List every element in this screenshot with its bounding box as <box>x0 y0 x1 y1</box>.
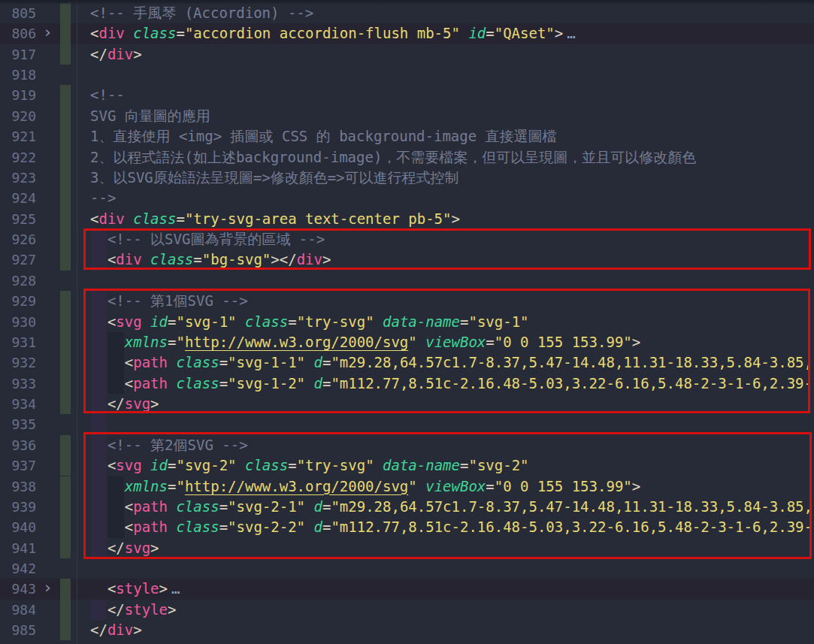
code-line[interactable]: 931 xmlns="http://www.w3.org/2000/svg" v… <box>0 332 814 352</box>
code-line[interactable]: 917</div> <box>0 44 814 65</box>
line-number[interactable]: 919 <box>0 85 36 105</box>
code-token: = <box>322 354 331 370</box>
code-token <box>90 478 125 494</box>
line-number[interactable]: 985 <box>0 620 36 640</box>
code-line[interactable]: 935 <box>0 414 814 434</box>
code-token: 1、直接使用 <img> 插圖或 CSS 的 background-image … <box>90 128 557 144</box>
code-token: < <box>90 25 98 41</box>
code-line[interactable]: 927 <div class="bg-svg"></div> <box>0 249 814 270</box>
code-token: "svg-1-1" <box>228 354 305 370</box>
line-number[interactable]: 984 <box>0 600 36 620</box>
code-line[interactable]: 939 <path class="svg-2-1" d="m29.28,64.5… <box>0 497 814 517</box>
code-token: svg <box>116 457 141 473</box>
code-line[interactable]: 926 <!-- 以SVG圖為背景的區域 --> <box>0 229 814 249</box>
code-line[interactable]: 934 </svg> <box>0 394 814 414</box>
line-number[interactable]: 932 <box>0 352 36 373</box>
line-number[interactable]: 924 <box>0 188 36 208</box>
fold-chevron-icon[interactable]: › <box>43 578 53 598</box>
code-line[interactable]: 942 <box>0 558 814 579</box>
code-token: "svg-1" <box>468 313 528 330</box>
line-number[interactable]: 806 <box>0 23 36 44</box>
git-added-gutter-mark <box>60 147 71 168</box>
git-added-gutter-mark <box>60 291 71 311</box>
line-number[interactable]: 922 <box>0 147 36 168</box>
code-token: > <box>271 251 279 268</box>
line-number[interactable]: 923 <box>0 168 36 188</box>
code-text: </style> <box>90 600 176 620</box>
line-number[interactable]: 805 <box>0 3 36 23</box>
line-number[interactable]: 926 <box>0 229 36 249</box>
code-line[interactable]: 9233、以SVG原始語法呈現圖=>修改顏色=>可以進行程式控制 <box>0 168 814 188</box>
code-line[interactable]: 805<!-- 手風琴 (Accordion) --> <box>0 3 814 23</box>
code-token <box>125 210 133 227</box>
line-number[interactable]: 938 <box>0 476 36 497</box>
line-number[interactable]: 941 <box>0 538 36 558</box>
line-number[interactable]: 936 <box>0 435 36 455</box>
code-token: class <box>150 251 193 268</box>
code-text: 3、以SVG原始語法呈現圖=>修改顏色=>可以進行程式控制 <box>90 168 459 188</box>
code-token: id <box>150 457 168 473</box>
line-number[interactable]: 934 <box>0 394 36 414</box>
code-token: > <box>322 251 331 268</box>
code-line[interactable]: 919<!-- <box>0 85 814 105</box>
line-number[interactable]: 942 <box>0 558 36 579</box>
line-number[interactable]: 920 <box>0 106 36 126</box>
line-number[interactable]: 927 <box>0 249 36 270</box>
folded-code-ellipsis[interactable]: … <box>171 580 180 597</box>
code-line[interactable]: 940 <path class="svg-2-2" d="m112.77,8.5… <box>0 517 814 537</box>
code-line[interactable]: 9211、直接使用 <img> 插圖或 CSS 的 background-ima… <box>0 126 814 147</box>
code-line[interactable]: 938 xmlns="http://www.w3.org/2000/svg" v… <box>0 476 814 497</box>
code-line[interactable]: 985</div> <box>0 620 814 640</box>
code-token: svg <box>125 540 150 556</box>
code-text: <!-- 以SVG圖為背景的區域 --> <box>90 229 325 249</box>
code-line[interactable]: 928 <box>0 271 814 291</box>
line-number[interactable]: 935 <box>0 414 36 434</box>
code-line[interactable]: 941 </svg> <box>0 538 814 558</box>
line-number[interactable]: 918 <box>0 65 36 85</box>
code-line[interactable]: 936 <!-- 第2個SVG --> <box>0 435 814 455</box>
code-token <box>417 478 425 494</box>
code-line[interactable]: 9222、以程式語法(如上述background-image)，不需要檔案，但可… <box>0 147 814 168</box>
code-token: class <box>176 498 219 515</box>
code-line[interactable]: 929 <!-- 第1個SVG --> <box>0 291 814 311</box>
line-number[interactable]: 933 <box>0 373 36 394</box>
code-line[interactable]: 925<div class="try-svg-area text-center … <box>0 209 814 229</box>
code-line[interactable]: 937 <svg id="svg-2" class="try-svg" data… <box>0 455 814 476</box>
git-added-gutter-mark <box>60 168 71 188</box>
code-token: "svg-1-2" <box>228 375 305 392</box>
code-line[interactable]: 924--> <box>0 188 814 208</box>
code-line[interactable]: 918 <box>0 65 814 85</box>
code-line[interactable]: 806›<div class="accordion accordion-flus… <box>0 23 814 44</box>
line-number[interactable]: 939 <box>0 497 36 517</box>
git-added-gutter-mark <box>60 23 71 44</box>
code-token: < <box>90 375 133 392</box>
code-line[interactable]: 933 <path class="svg-1-2" d="m112.77,8.5… <box>0 373 814 394</box>
line-number[interactable]: 937 <box>0 455 36 476</box>
line-number[interactable]: 925 <box>0 209 36 229</box>
code-token: "svg-2" <box>176 457 236 473</box>
code-line[interactable]: 932 <path class="svg-1-1" d="m29.28,64.5… <box>0 352 814 373</box>
line-number[interactable]: 929 <box>0 291 36 311</box>
line-number[interactable]: 930 <box>0 312 36 332</box>
code-token: id <box>150 313 168 330</box>
line-number[interactable]: 931 <box>0 332 36 352</box>
code-token: div <box>297 251 322 268</box>
line-number[interactable]: 917 <box>0 44 36 65</box>
folded-code-ellipsis[interactable]: … <box>567 25 576 41</box>
code-editor-pane[interactable]: 805<!-- 手風琴 (Accordion) -->806›<div clas… <box>0 0 814 644</box>
code-line[interactable]: 943› <style>… <box>0 579 814 599</box>
line-number[interactable]: 921 <box>0 126 36 147</box>
git-added-gutter-mark <box>60 620 71 640</box>
line-number[interactable]: 943 <box>0 579 36 599</box>
code-line[interactable]: 930 <svg id="svg-1" class="try-svg" data… <box>0 312 814 332</box>
code-line[interactable]: 920SVG 向量圖的應用 <box>0 106 814 126</box>
fold-chevron-icon[interactable]: › <box>43 23 53 43</box>
code-token <box>305 498 313 515</box>
code-token: path <box>133 519 168 535</box>
code-token <box>168 354 176 370</box>
line-number[interactable]: 928 <box>0 271 36 291</box>
line-number[interactable]: 940 <box>0 517 36 537</box>
code-token: = <box>486 334 494 350</box>
code-line[interactable]: 984 </style> <box>0 600 814 620</box>
code-token: </ <box>90 46 107 62</box>
